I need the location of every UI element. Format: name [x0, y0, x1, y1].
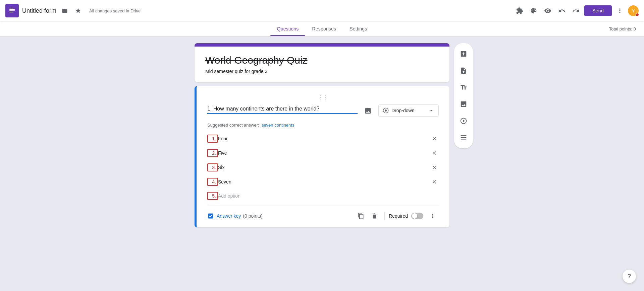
title-card: World Geography Quiz Mid semester quiz f… [195, 43, 449, 82]
svg-rect-2 [9, 10, 15, 11]
form-description: Mid semester quiz for grade 3. [205, 69, 439, 74]
tab-responses[interactable]: Responses [305, 21, 343, 36]
required-label: Required [389, 213, 408, 219]
app-icon [5, 4, 19, 17]
add-title-button[interactable] [455, 79, 472, 95]
send-button[interactable]: Send [584, 5, 612, 16]
tabs-bar: Questions Responses Settings Total point… [0, 21, 644, 37]
form-title: Untitled form [22, 7, 56, 14]
points-label: (0 points) [243, 213, 262, 219]
add-image-to-question-button[interactable] [362, 104, 374, 117]
add-section-button[interactable] [455, 130, 472, 146]
list-item: 2. [207, 146, 439, 160]
preview-button[interactable] [542, 5, 553, 16]
option-remove-1[interactable] [430, 134, 439, 143]
more-question-options-button[interactable] [427, 210, 439, 222]
total-points: Total points: 0 [609, 26, 636, 31]
add-question-button[interactable] [455, 46, 472, 62]
header: Untitled form All changes saved in Drive… [0, 0, 644, 21]
delete-button[interactable] [368, 210, 380, 222]
question-card: ⋮⋮ Drop-down Suggested correct answer: s… [195, 86, 449, 227]
option-num-4: 4. [207, 178, 218, 186]
question-type-label: Drop-down [391, 108, 414, 113]
add-option-placeholder[interactable]: Add option [218, 193, 439, 199]
suggested-answer-link[interactable]: seven continents [262, 123, 294, 128]
header-right: Send Y [514, 5, 639, 16]
option-input-4[interactable] [218, 178, 430, 186]
list-item: 5. Add option [207, 189, 439, 203]
option-input-3[interactable] [218, 164, 430, 171]
answer-key-button[interactable]: Answer key [207, 213, 241, 219]
svg-point-5 [385, 110, 387, 112]
suggested-answer: Suggested correct answer: seven continen… [207, 123, 439, 128]
svg-rect-0 [9, 8, 13, 8]
list-item: 4. [207, 175, 439, 189]
duplicate-button[interactable] [355, 210, 367, 222]
color-palette-button[interactable] [528, 5, 539, 16]
add-video-button[interactable] [455, 113, 472, 129]
option-remove-3[interactable] [430, 163, 439, 172]
question-type-selector[interactable]: Drop-down [378, 104, 439, 117]
addon-button[interactable] [514, 5, 525, 16]
option-input-1[interactable] [218, 135, 430, 142]
form-main-title[interactable]: World Geography Quiz [205, 55, 439, 66]
option-num-3: 3. [207, 163, 218, 171]
redo-button[interactable] [570, 5, 582, 16]
list-item: 3. [207, 160, 439, 175]
question-text-input[interactable] [207, 104, 358, 114]
more-options-button[interactable] [614, 5, 625, 16]
folder-button[interactable] [60, 6, 70, 16]
tab-questions[interactable]: Questions [270, 21, 306, 36]
required-toggle[interactable] [411, 213, 423, 219]
question-row: Drop-down [207, 104, 439, 117]
options-list: 1. 2. 3. [207, 132, 439, 203]
drag-handle[interactable]: ⋮⋮ [207, 94, 439, 100]
option-remove-4[interactable] [430, 177, 439, 186]
svg-rect-1 [9, 9, 15, 10]
import-questions-button[interactable] [455, 63, 472, 79]
star-button[interactable] [73, 6, 83, 16]
option-num-2: 2. [207, 149, 218, 157]
header-left: Untitled form All changes saved in Drive [5, 4, 514, 17]
toggle-knob [412, 213, 417, 219]
list-item: 1. [207, 132, 439, 146]
help-button[interactable]: ? [623, 270, 636, 283]
option-remove-2[interactable] [430, 149, 439, 157]
tab-settings[interactable]: Settings [343, 21, 374, 36]
avatar-badge [636, 13, 639, 16]
add-image-button[interactable] [455, 96, 472, 112]
svg-rect-3 [9, 12, 13, 12]
divider [384, 212, 385, 220]
card-bottom-bar: Answer key (0 points) Required [207, 206, 439, 222]
undo-button[interactable] [556, 5, 568, 16]
main-content: World Geography Quiz Mid semester quiz f… [0, 37, 644, 234]
option-num-1: 1. [207, 135, 218, 143]
option-num-5: 5. [207, 192, 218, 200]
option-input-2[interactable] [218, 150, 430, 157]
question-input-area [207, 104, 358, 114]
right-sidebar [454, 43, 473, 148]
bottom-right: Required [355, 210, 439, 222]
form-area: World Geography Quiz Mid semester quiz f… [195, 43, 449, 227]
save-status: All changes saved in Drive [89, 8, 141, 13]
avatar[interactable]: Y [628, 5, 639, 16]
